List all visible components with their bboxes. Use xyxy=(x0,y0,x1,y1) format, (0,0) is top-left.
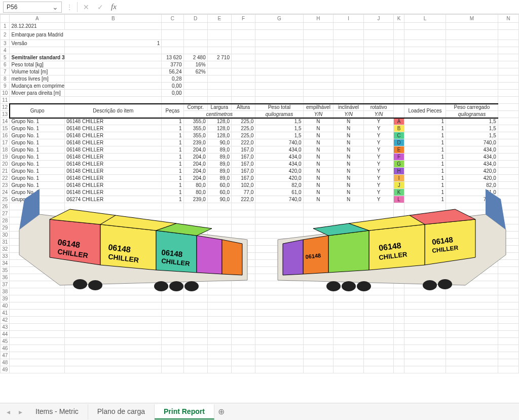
cell[interactable] xyxy=(65,260,162,267)
cell[interactable] xyxy=(255,267,303,274)
col-header[interactable]: F xyxy=(231,15,255,23)
cell[interactable] xyxy=(303,274,333,281)
cell-compr[interactable]: 204,0 xyxy=(183,175,207,182)
cell[interactable] xyxy=(404,40,446,47)
cell-peso[interactable]: 1,5 xyxy=(255,125,303,132)
cell[interactable] xyxy=(363,281,394,288)
cell[interactable] xyxy=(231,366,255,373)
cell[interactable] xyxy=(394,54,404,61)
cell[interactable] xyxy=(303,224,333,232)
cell[interactable] xyxy=(333,274,364,281)
cell[interactable] xyxy=(498,317,518,324)
row-header[interactable]: 29 xyxy=(1,224,10,232)
chevron-down-icon[interactable]: ⌄ xyxy=(52,3,58,11)
cell[interactable] xyxy=(10,331,65,338)
cell[interactable] xyxy=(498,132,518,139)
table-row[interactable]: 17Grupo No. 106148 CHILLER1239,090,0222,… xyxy=(1,139,519,146)
cell[interactable] xyxy=(231,345,255,352)
cell[interactable] xyxy=(231,288,255,295)
cell[interactable] xyxy=(404,203,446,210)
cell[interactable] xyxy=(162,239,183,246)
cell[interactable] xyxy=(404,352,446,359)
cell-inclinavel[interactable]: N xyxy=(333,146,364,154)
cell-empilhavel[interactable]: N xyxy=(303,139,333,146)
table-row[interactable]: 49 xyxy=(1,366,519,373)
cell[interactable] xyxy=(231,40,255,47)
cell[interactable] xyxy=(363,310,394,317)
cell-loaded-pieces[interactable]: 1 xyxy=(404,139,446,146)
cell[interactable] xyxy=(207,317,231,324)
cell[interactable] xyxy=(65,68,162,75)
cell-descricao[interactable]: 06148 CHILLER xyxy=(65,161,162,168)
row-header[interactable]: 41 xyxy=(1,310,10,317)
cell[interactable] xyxy=(394,246,404,253)
cell[interactable] xyxy=(207,23,231,30)
cell[interactable] xyxy=(333,239,364,246)
cell[interactable] xyxy=(363,288,394,295)
cell-inclinavel[interactable]: N xyxy=(333,154,364,161)
cell[interactable] xyxy=(207,274,231,281)
cell[interactable] xyxy=(394,68,404,75)
cell[interactable] xyxy=(498,161,518,168)
table-row[interactable]: 30 xyxy=(1,232,519,239)
cell[interactable] xyxy=(333,203,364,210)
cell[interactable] xyxy=(394,217,404,224)
cell-pecas[interactable]: 1 xyxy=(162,139,183,146)
cell-grupo[interactable]: Grupo No. 1 xyxy=(10,161,65,168)
cell[interactable] xyxy=(333,40,364,47)
cell[interactable] xyxy=(10,232,65,239)
cell[interactable] xyxy=(363,224,394,232)
cell[interactable] xyxy=(333,224,364,232)
cell[interactable] xyxy=(394,359,404,366)
cell[interactable] xyxy=(394,40,404,47)
cell[interactable] xyxy=(363,68,394,75)
cell[interactable] xyxy=(65,359,162,366)
cell[interactable] xyxy=(65,366,162,373)
cell[interactable] xyxy=(404,217,446,224)
cell[interactable] xyxy=(404,68,446,75)
cell[interactable] xyxy=(394,260,404,267)
table-row[interactable]: 43 xyxy=(1,324,519,331)
cell[interactable] xyxy=(394,267,404,274)
table-row[interactable]: 2Embarque para Madrid xyxy=(1,30,519,40)
cell[interactable] xyxy=(498,125,518,132)
cell[interactable] xyxy=(10,239,65,246)
cell-compr[interactable]: 239,0 xyxy=(183,139,207,146)
cell[interactable] xyxy=(404,90,446,97)
cell[interactable] xyxy=(394,253,404,260)
cell[interactable] xyxy=(10,338,65,345)
cell[interactable] xyxy=(162,338,183,345)
cell-swatch[interactable]: L xyxy=(394,196,404,203)
cell[interactable] xyxy=(162,40,183,47)
cell-rotativo[interactable]: Y xyxy=(363,118,394,125)
cell[interactable]: 16% xyxy=(183,61,207,68)
cell[interactable] xyxy=(446,352,498,359)
cell[interactable]: 2 480 xyxy=(183,54,207,61)
row-header[interactable]: 45 xyxy=(1,338,10,345)
cell[interactable] xyxy=(498,295,518,302)
table-row[interactable]: 11 xyxy=(1,97,519,104)
cell[interactable] xyxy=(231,260,255,267)
cell[interactable] xyxy=(303,61,333,68)
cell-peso[interactable]: 740,0 xyxy=(255,139,303,146)
cell[interactable] xyxy=(231,317,255,324)
cell[interactable] xyxy=(303,232,333,239)
cell[interactable] xyxy=(404,97,446,104)
cell[interactable]: 1 xyxy=(65,40,162,47)
cell[interactable] xyxy=(183,281,207,288)
cell[interactable] xyxy=(333,288,364,295)
cell[interactable] xyxy=(498,75,518,83)
cell[interactable] xyxy=(363,30,394,40)
row-header[interactable]: 19 xyxy=(1,154,10,161)
cell[interactable] xyxy=(255,366,303,373)
cell[interactable] xyxy=(207,295,231,302)
row-header[interactable]: 39 xyxy=(1,295,10,302)
cell[interactable] xyxy=(10,352,65,359)
cell[interactable] xyxy=(363,232,394,239)
cell[interactable] xyxy=(303,324,333,331)
cell[interactable] xyxy=(162,47,183,54)
cell[interactable] xyxy=(231,54,255,61)
cell-inclinavel[interactable]: N xyxy=(333,132,364,139)
cell[interactable] xyxy=(446,324,498,331)
cell[interactable] xyxy=(363,260,394,267)
